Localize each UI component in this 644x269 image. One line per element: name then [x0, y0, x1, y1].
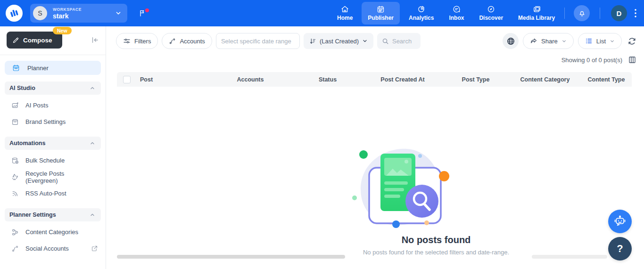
sort-label: (Last Created)	[320, 38, 359, 45]
nav-discover-label: Discover	[479, 15, 503, 21]
section-title: AI Studio	[9, 85, 35, 91]
select-all-checkbox[interactable]	[123, 76, 131, 83]
sidebar-collapse-icon[interactable]	[91, 36, 99, 44]
sidebar-item-label: RSS Auto-Post	[25, 190, 66, 197]
section-header-planner-settings[interactable]: Planner Settings	[5, 208, 101, 221]
column-header-content-category[interactable]: Content Category	[509, 76, 581, 83]
nav-publisher-label: Publisher	[368, 15, 394, 21]
chevron-down-icon	[561, 39, 567, 44]
search-box[interactable]	[377, 33, 421, 49]
chevron-up-icon	[90, 140, 95, 146]
timezone-globe-button[interactable]	[503, 33, 519, 49]
section-header-ai-studio[interactable]: AI Studio	[5, 82, 101, 95]
notifications-bell-button[interactable]	[574, 5, 590, 21]
compose-row: Compose New	[0, 26, 106, 49]
pencil-icon	[12, 37, 19, 44]
horizontal-scrollbar-thumb[interactable]	[117, 255, 345, 259]
chevron-down-icon	[362, 38, 368, 44]
globe-icon	[506, 37, 515, 46]
sidebar-item-planner[interactable]: Planner	[5, 61, 101, 75]
sidebar-item-recycle-posts[interactable]: Recycle Posts (Evergreen)	[0, 169, 106, 185]
ai-posts-icon	[11, 102, 19, 109]
sidebar-item-brand-settings[interactable]: Brand Settings	[0, 114, 106, 130]
nav-publisher[interactable]: Publisher	[362, 2, 400, 24]
compose-button[interactable]: Compose New	[7, 32, 62, 49]
main-content: Filters Accounts (Last Created)	[107, 26, 644, 269]
workspace-name: stark	[53, 12, 115, 20]
ai-chatbot-button[interactable]	[608, 210, 632, 233]
top-navbar: S WORKSPACE stark Home Publisher	[0, 0, 644, 26]
profile-avatar[interactable]: D	[611, 5, 627, 21]
accounts-button[interactable]: Accounts	[162, 33, 212, 49]
empty-state-subtitle: No posts found for the selected filters …	[351, 249, 521, 256]
app: S WORKSPACE stark Home Publisher	[0, 0, 644, 269]
view-mode-list-button[interactable]: List	[578, 33, 622, 49]
column-header-post[interactable]: Post	[134, 76, 208, 83]
bell-icon	[578, 9, 586, 17]
toolbar-right: Share List	[503, 33, 636, 49]
refresh-icon[interactable]	[627, 37, 636, 46]
share-icon	[530, 37, 537, 45]
nav-analytics-label: Analytics	[409, 15, 434, 21]
share-button[interactable]: Share	[523, 33, 574, 49]
column-header-post-created-at[interactable]: Post Created At	[363, 76, 442, 83]
social-accounts-icon	[11, 245, 19, 253]
sort-dropdown[interactable]: (Last Created)	[304, 33, 373, 49]
accounts-label: Accounts	[180, 38, 205, 45]
sidebar-item-rss-auto-post[interactable]: RSS Auto-Post	[0, 185, 106, 202]
sidebar-item-content-categories[interactable]: Content Categories	[0, 224, 106, 240]
search-icon	[382, 38, 389, 45]
help-button[interactable]: ?	[608, 237, 632, 261]
column-header-status[interactable]: Status	[292, 76, 363, 83]
chevron-up-icon	[90, 212, 95, 218]
brand-settings-icon	[11, 118, 19, 126]
compose-dropdown-chevron-icon[interactable]	[57, 37, 71, 43]
filters-button[interactable]: Filters	[116, 33, 158, 49]
workspace-texts: WORKSPACE stark	[53, 7, 115, 20]
header-divider	[564, 8, 565, 19]
column-header-post-type[interactable]: Post Type	[442, 76, 509, 83]
column-header-accounts[interactable]: Accounts	[208, 76, 292, 83]
whats-new-flag-icon[interactable]	[139, 9, 149, 18]
table-header-row: Post Accounts Status Post Created At Pos…	[117, 72, 632, 87]
sidebar-item-label: Recycle Posts (Evergreen)	[25, 170, 98, 184]
contentstudio-logo-icon[interactable]	[6, 5, 23, 22]
nav-analytics[interactable]: Analytics	[403, 2, 440, 24]
section-title: Planner Settings	[9, 212, 56, 218]
column-header-content-type[interactable]: Content Type	[581, 76, 632, 83]
nav-media-library[interactable]: Media Library	[512, 2, 561, 24]
date-range-picker[interactable]	[216, 33, 300, 49]
sidebar-item-social-accounts[interactable]: Social Accounts	[0, 240, 106, 257]
accounts-icon	[169, 38, 176, 45]
chevron-down-icon	[115, 10, 122, 16]
media-library-icon	[533, 5, 541, 13]
nav-discover[interactable]: Discover	[473, 2, 509, 24]
search-input[interactable]	[392, 38, 418, 45]
new-badge: New	[53, 27, 72, 34]
nav-inbox[interactable]: Inbox	[443, 2, 470, 24]
chevron-down-icon	[610, 39, 615, 44]
share-label: Share	[541, 38, 558, 45]
manage-columns-icon[interactable]	[628, 56, 636, 64]
recycle-icon	[11, 173, 19, 181]
date-range-input[interactable]	[221, 38, 304, 45]
external-link-icon[interactable]	[91, 245, 98, 252]
section-title: Automations	[9, 140, 45, 147]
filters-sliders-icon	[123, 37, 131, 45]
rss-icon	[11, 190, 19, 197]
empty-state: No posts found No posts found for the se…	[351, 143, 521, 256]
sidebar-item-ai-posts[interactable]: AI Posts	[0, 97, 106, 114]
nav-home[interactable]: Home	[331, 2, 359, 24]
content-categories-icon	[11, 228, 19, 236]
robot-icon	[613, 215, 627, 228]
sidebar-item-bulk-schedule[interactable]: Bulk Schedule	[0, 152, 106, 169]
calendar-icon	[377, 5, 385, 13]
planner-calendar-icon	[12, 64, 20, 72]
bulk-schedule-icon	[11, 157, 19, 164]
workspace-selector[interactable]: S WORKSPACE stark	[30, 4, 127, 23]
section-header-automations[interactable]: Automations	[5, 137, 101, 150]
nav-media-library-label: Media Library	[518, 15, 555, 21]
more-options-kebab-icon[interactable]	[632, 8, 639, 18]
nav-inbox-label: Inbox	[449, 15, 464, 21]
empty-state-title: No posts found	[351, 235, 521, 245]
